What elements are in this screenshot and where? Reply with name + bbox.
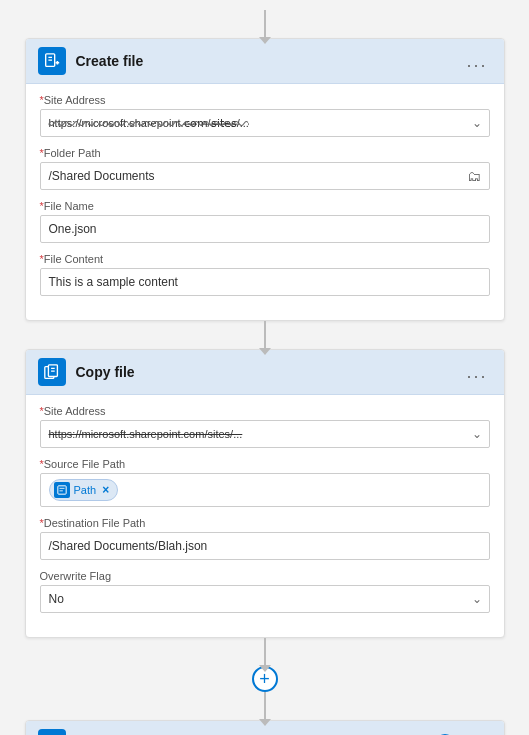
create-site-address-label: *Site Address xyxy=(40,94,490,106)
copy-overwrite-input[interactable]: No xyxy=(40,585,490,613)
copy-file-menu[interactable]: ... xyxy=(462,362,491,383)
copy-dest-path-label: *Destination File Path xyxy=(40,517,490,529)
copy-file-icon xyxy=(38,358,66,386)
create-folder-path-value: /Shared Documents xyxy=(49,169,155,183)
copy-dest-path-value: /Shared Documents/Blah.json xyxy=(49,539,208,553)
create-file-name-value: One.json xyxy=(49,222,97,236)
copy-source-path-label: *Source File Path xyxy=(40,458,490,470)
copy-site-address-dropdown[interactable]: https://microsoft.sharepoint.com/sites/.… xyxy=(40,420,490,448)
connector-arrow-4 xyxy=(264,692,266,720)
path-token-label: Path xyxy=(74,484,97,496)
create-file-content-label: *File Content xyxy=(40,253,490,265)
create-file-content-input[interactable]: This is a sample content xyxy=(40,268,490,296)
path-token-icon xyxy=(54,482,70,498)
create-folder-path-label: *Folder Path xyxy=(40,147,490,159)
create-file-content-group: *File Content This is a sample content xyxy=(40,253,490,296)
create-file-name-group: *File Name One.json xyxy=(40,200,490,243)
create-file-menu[interactable]: ... xyxy=(462,51,491,72)
create-site-address-dropdown[interactable]: https://microsoft.sharepoint.c̶o̶m̶/s̶i̶… xyxy=(40,109,490,137)
copy-file-title: Copy file xyxy=(76,364,463,380)
copy-overwrite-label: Overwrite Flag xyxy=(40,570,490,582)
copy-overwrite-group: Overwrite Flag No ⌄ xyxy=(40,570,490,613)
create-folder-path-group: *Folder Path /Shared Documents 🗂 xyxy=(40,147,490,190)
svg-rect-9 xyxy=(57,486,65,494)
create-file-name-label: *File Name xyxy=(40,200,490,212)
connector-arrow-1 xyxy=(264,10,266,38)
copy-site-address-label: *Site Address xyxy=(40,405,490,417)
copy-file-body: *Site Address https://microsoft.sharepoi… xyxy=(26,395,504,637)
copy-source-path-group: *Source File Path Path × xyxy=(40,458,490,507)
copy-dest-path-group: *Destination File Path /Shared Documents… xyxy=(40,517,490,560)
path-token-close[interactable]: × xyxy=(102,483,109,497)
create-folder-path-input[interactable]: /Shared Documents 🗂 xyxy=(40,162,490,190)
create-file-title: Create file xyxy=(76,53,463,69)
copy-overwrite-dropdown[interactable]: No ⌄ xyxy=(40,585,490,613)
copy-site-address-value: https://microsoft.sharepoint.com/sites/.… xyxy=(49,428,243,440)
create-site-address-input[interactable]: https://microsoft.sharepoint.c̶o̶m̶/s̶i̶… xyxy=(40,109,490,137)
copy-file-header: Copy file ... xyxy=(26,350,504,395)
copy-source-path-input[interactable]: Path × xyxy=(40,473,490,507)
create-file-content-value: This is a sample content xyxy=(49,275,178,289)
create-site-address-group: *Site Address https://microsoft.sharepoi… xyxy=(40,94,490,137)
copy-overwrite-value: No xyxy=(49,592,64,606)
create-file-name-input[interactable]: One.json xyxy=(40,215,490,243)
create-file-header: Create file ... xyxy=(26,39,504,84)
create-site-address-value: https://microsoft.sharepoint.c̶o̶m̶/s̶i̶… xyxy=(49,117,249,130)
path-token-chip[interactable]: Path × xyxy=(49,479,119,501)
copy-site-address-input[interactable]: https://microsoft.sharepoint.com/sites/.… xyxy=(40,420,490,448)
connector-arrow-3 xyxy=(264,638,266,666)
folder-icon-1: 🗂 xyxy=(467,168,481,184)
copy-file-card: Copy file ... *Site Address https://micr… xyxy=(25,349,505,638)
create-file-body: *Site Address https://microsoft.sharepoi… xyxy=(26,84,504,320)
copy-dest-path-input[interactable]: /Shared Documents/Blah.json xyxy=(40,532,490,560)
delete-file-icon xyxy=(38,729,66,735)
create-file-card: Create file ... *Site Address https://mi… xyxy=(25,38,505,321)
create-file-icon xyxy=(38,47,66,75)
copy-site-address-group: *Site Address https://microsoft.sharepoi… xyxy=(40,405,490,448)
connector-arrow-2 xyxy=(264,321,266,349)
